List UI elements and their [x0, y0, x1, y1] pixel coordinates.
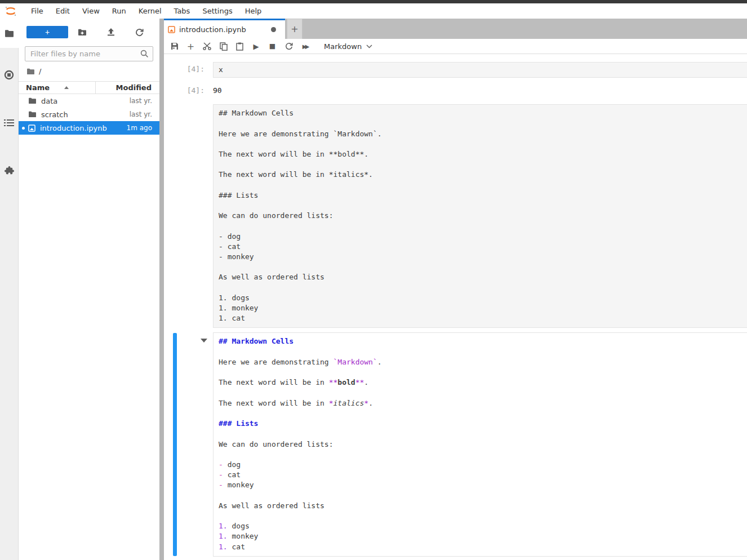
- tab-label: introduction.ipynb: [179, 25, 267, 34]
- restart-icon: [285, 42, 293, 50]
- table-of-contents-icon: [4, 119, 14, 127]
- main-dock-panel: introduction.ipynb + +: [164, 19, 747, 560]
- run-all-cells-button[interactable]: ▶▶: [301, 41, 309, 51]
- output-prompt: [4]:: [164, 83, 213, 95]
- output-value: 90: [213, 83, 747, 95]
- run-cell-button[interactable]: ▶: [252, 41, 260, 51]
- open-file-indicator: [22, 127, 25, 130]
- copy-icon: [220, 42, 228, 51]
- file-name: introduction.ipynb: [40, 124, 127, 132]
- markdown-cell-active[interactable]: ## Markdown Cells Here we are demonstrat…: [164, 332, 747, 556]
- running-sessions-icon: [4, 70, 14, 80]
- markdown-cell-editor-active[interactable]: ## Markdown Cells Here we are demonstrat…: [213, 332, 747, 556]
- upload-button[interactable]: [97, 28, 126, 36]
- restart-kernel-button[interactable]: [284, 41, 293, 51]
- refresh-icon: [135, 28, 144, 37]
- menu-kernel[interactable]: Kernel: [132, 5, 168, 17]
- sidebar-item-extension-manager[interactable]: [0, 156, 19, 185]
- markdown-cell-editor[interactable]: ## Markdown Cells Here we are demonstrat…: [213, 104, 747, 328]
- file-modified: last yr.: [130, 97, 159, 105]
- insert-cell-button[interactable]: +: [186, 41, 195, 51]
- column-header-modified[interactable]: Modified: [96, 83, 159, 92]
- jupyter-logo: [5, 6, 17, 17]
- column-header-name[interactable]: Name: [19, 82, 96, 94]
- listing-header: Name Modified: [19, 81, 159, 94]
- search-icon: [140, 50, 149, 60]
- cell-type-value: Markdown: [324, 42, 362, 51]
- output-area: [4]: 90: [164, 83, 747, 95]
- sidebar-item-file-browser[interactable]: [0, 19, 19, 48]
- menu-view[interactable]: View: [76, 5, 106, 17]
- home-folder-icon: [26, 68, 35, 75]
- menu-bar: File Edit View Run Kernel Tabs Settings …: [0, 3, 747, 19]
- save-button[interactable]: [170, 41, 179, 51]
- unsaved-changes-indicator[interactable]: [271, 27, 276, 32]
- left-sidebar: [0, 19, 19, 560]
- copy-cells-button[interactable]: [219, 41, 228, 51]
- file-browser-panel: +: [19, 19, 159, 560]
- folder-icon: [28, 111, 37, 118]
- menu-settings[interactable]: Settings: [196, 5, 238, 17]
- notebook-icon: [28, 125, 35, 132]
- sidebar-item-running-sessions[interactable]: [0, 60, 19, 90]
- sidebar-item-table-of-contents[interactable]: [0, 108, 19, 137]
- breadcrumb-root[interactable]: /: [39, 67, 41, 75]
- new-tab-button[interactable]: +: [287, 19, 303, 39]
- breadcrumb[interactable]: /: [19, 61, 159, 79]
- refresh-button[interactable]: [125, 28, 154, 37]
- cut-cells-button[interactable]: [203, 41, 211, 51]
- file-name: data: [41, 97, 130, 105]
- file-row-data[interactable]: data last yr.: [19, 94, 159, 108]
- file-row-introduction-ipynb[interactable]: introduction.ipynb 1m ago: [19, 121, 159, 135]
- file-modified: 1m ago: [127, 124, 159, 132]
- notebook-icon: [168, 26, 175, 33]
- new-launcher-button[interactable]: +: [26, 26, 68, 38]
- sort-ascending-icon: [64, 86, 69, 89]
- notebook-scroll-area: [4]: x [4]: 90 ## Markdown Cells Here we…: [164, 54, 747, 560]
- paste-icon: [236, 42, 243, 51]
- menu-edit[interactable]: Edit: [50, 5, 76, 17]
- menu-file[interactable]: File: [25, 5, 50, 17]
- sidebar-resize-handle[interactable]: [159, 19, 164, 560]
- file-modified: last yr.: [130, 110, 159, 118]
- code-cell[interactable]: [4]: x: [164, 62, 747, 78]
- filter-files-input[interactable]: [25, 46, 153, 61]
- input-prompt: [4]:: [164, 62, 213, 78]
- new-folder-button[interactable]: [68, 29, 97, 36]
- file-name: scratch: [41, 110, 130, 119]
- interrupt-kernel-button[interactable]: ■: [268, 41, 277, 51]
- save-icon: [171, 42, 179, 50]
- markdown-cell-unrendered[interactable]: ## Markdown Cells Here we are demonstrat…: [164, 104, 747, 328]
- cut-icon: [203, 42, 211, 50]
- menu-help[interactable]: Help: [239, 5, 268, 17]
- paste-cells-button[interactable]: [235, 41, 244, 51]
- cell-collapser[interactable]: [173, 333, 177, 555]
- menu-tabs[interactable]: Tabs: [168, 5, 197, 17]
- chevron-down-icon: [366, 45, 372, 48]
- code-cell-editor[interactable]: x: [213, 62, 747, 78]
- folder-icon: [5, 29, 14, 38]
- notebook-toolbar: + ▶: [164, 39, 747, 54]
- menu-run[interactable]: Run: [106, 5, 132, 17]
- heading-collapse-icon[interactable]: [201, 339, 207, 343]
- tab-introduction-ipynb[interactable]: introduction.ipynb: [164, 19, 285, 39]
- puzzle-icon: [5, 166, 14, 176]
- cell-type-dropdown[interactable]: Markdown: [324, 42, 372, 51]
- tab-bar: introduction.ipynb +: [164, 19, 747, 39]
- folder-icon: [28, 97, 37, 104]
- new-folder-icon: [78, 29, 87, 36]
- file-row-scratch[interactable]: scratch last yr.: [19, 108, 159, 121]
- upload-icon: [107, 28, 115, 36]
